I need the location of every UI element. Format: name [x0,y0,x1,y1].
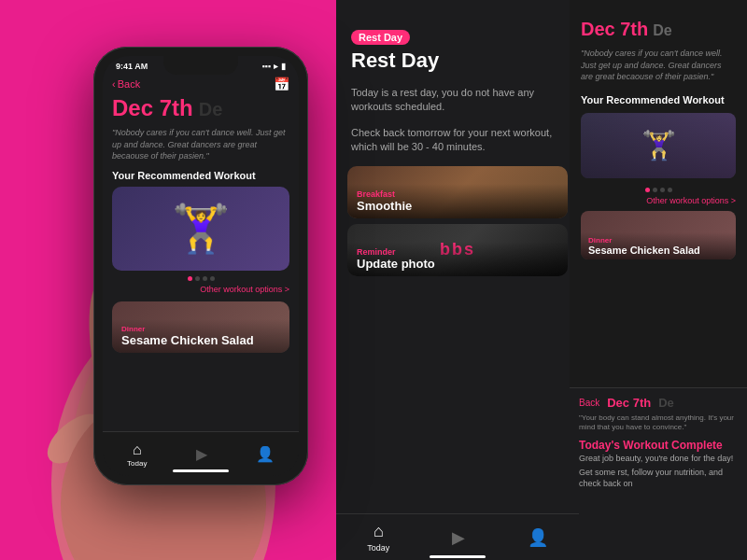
workout-figure: 🏋️‍♀️ [641,129,676,161]
battery-icon: ▮ [281,62,286,71]
br-header: Back Dec 7th De [570,388,747,413]
home-icon: ⌂ [374,522,384,541]
br-followup: Get some rst, follow your nutrition, and… [570,466,747,491]
reminder-overlay: Reminder Update photo [347,242,568,276]
phone-recommended-title: Your Recommended Workout [112,170,289,181]
breakfast-title: Smoothie [357,199,558,213]
right-dinner-title: Sesame Chicken Salad [588,245,728,256]
wifi-icon: ▸ [274,62,278,71]
phone-nav-profile[interactable]: 👤 [256,445,275,463]
br-date: Dec 7th [607,396,651,410]
phone-container: 9:41 AM ▪▪▪ ▸ ▮ ‹ Back 📅 [56,19,374,560]
right-dots [570,184,747,196]
phone-home-icon: ⌂ [133,441,142,458]
br-quote: "Your body can stand almost anything. It… [570,413,747,433]
phone-dinner-title: Sesame Chicken Salad [121,333,280,347]
phone-dot-4 [210,276,215,281]
dot-3 [660,188,665,192]
phone-nav-today[interactable]: ⌂ Today [127,441,147,468]
phone-dot-1 [188,276,192,281]
profile-icon: 👤 [528,527,548,548]
phone-dot-3 [203,276,207,281]
reminder-title: Update photo [357,257,558,271]
right-dinner-overlay: Dinner Sesame Chicken Salad [581,232,736,259]
rest-title: Rest Day [351,49,564,73]
phone-dot-2 [195,276,200,281]
bottom-right-panel: Back Dec 7th De "Your body can stand alm… [570,387,747,560]
phone-notch [163,56,238,75]
dot-1 [645,188,650,192]
phone-date-overflow: De [199,99,223,120]
br-date-overflow: De [658,396,674,410]
chevron-left-icon: ‹ [112,78,116,90]
dot-4 [668,188,672,192]
right-workout-bg: 🏋️‍♀️ [581,113,736,178]
phone-home-bar [173,469,229,472]
reminder-card[interactable]: bbs Reminder Update photo [347,224,568,276]
phone-workout-inner: 🏋️‍♀️ [112,187,289,271]
calendar-icon[interactable]: 📅 [274,77,289,91]
phone-back-row: ‹ Back 📅 [112,75,289,95]
phone-profile-icon: 👤 [256,445,275,463]
back-label: Back [118,78,140,90]
right-dinner-card[interactable]: Dinner Sesame Chicken Salad [581,211,736,259]
breakfast-tag: Breakfast [357,189,558,199]
br-back-label[interactable]: Back [579,398,599,408]
reminder-tag: Reminder [357,247,558,257]
phone-play-icon: ▶ [196,445,207,463]
signal-icon: ▪▪▪ [261,62,271,71]
phone-more-options[interactable]: Other workout options > [112,285,289,294]
phone-dinner-tag: Dinner [121,325,280,333]
nav-profile[interactable]: 👤 [528,527,548,548]
phone-workout-figure: 🏋️‍♀️ [172,202,230,256]
play-icon: ▶ [452,527,465,548]
breakfast-overlay: Breakfast Smoothie [347,184,568,218]
phone-screen: 9:41 AM ▪▪▪ ▸ ▮ ‹ Back 📅 [103,56,299,476]
right-workout-image: 🏋️‍♀️ [581,113,736,178]
phone-back-button[interactable]: ‹ Back [112,78,140,90]
phone-today-label: Today [127,459,147,468]
phone-content: ‹ Back 📅 Dec 7th De "Nobody cares if you… [103,75,299,439]
right-quote: "Nobody cares if you can't dance well. J… [570,48,747,83]
phone-outer: 9:41 AM ▪▪▪ ▸ ▮ ‹ Back 📅 [93,47,308,485]
br-complete-sub: Great job beauty, you're done for the da… [570,452,747,467]
right-date-overflow: De [653,22,671,39]
nav-play[interactable]: ▶ [452,527,465,548]
nav-bar [430,555,486,558]
phone-dots [112,276,289,281]
right-panel: Dec 7th De "Nobody cares if you can't da… [570,0,747,560]
right-more-options[interactable]: Other workout options > [570,196,747,211]
right-header: Dec 7th De [570,0,747,48]
breakfast-card[interactable]: Breakfast Smoothie [347,166,568,218]
phone-dinner-overlay: Dinner Sesame Chicken Salad [112,319,289,353]
right-date: Dec 7th [581,19,648,40]
right-workout-card[interactable]: 🏋️‍♀️ [581,113,736,178]
phone-date-row: Dec 7th De [112,95,289,121]
phone-workout-card[interactable]: 🏋️‍♀️ [112,187,289,271]
br-complete-title: Today's Workout Complete [570,439,747,452]
phone-quote: "Nobody cares if you can't dance well. J… [112,127,289,162]
right-recommended-title: Your Recommended Workout [570,91,747,109]
phone-nav-play[interactable]: ▶ [196,445,207,463]
phone-nav: ⌂ Today ▶ 👤 [103,431,299,476]
right-dinner-tag: Dinner [588,236,728,245]
phone-date: Dec 7th [112,95,193,121]
dot-2 [653,188,657,192]
phone-time: 9:41 AM [116,62,148,71]
phone-dinner-card[interactable]: Dinner Sesame Chicken Salad [112,301,289,353]
phone-status-icons: ▪▪▪ ▸ ▮ [261,62,286,71]
